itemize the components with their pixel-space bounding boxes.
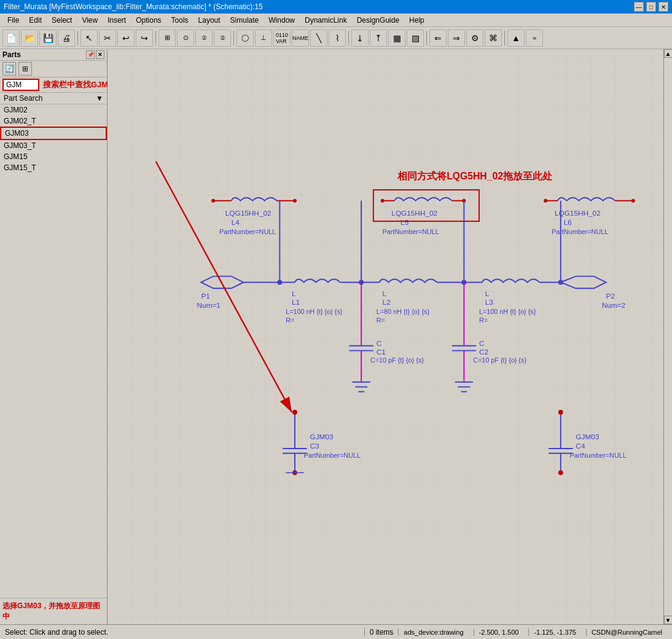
svg-text:L=100 nH {t} {o} {s}: L=100 nH {t} {o} {s}: [286, 308, 343, 315]
status-coord1: -2.500, 1.500: [474, 629, 524, 636]
svg-text:C4: C4: [576, 442, 585, 450]
mirror-tool[interactable]: ▧: [407, 29, 424, 47]
panel-close-button[interactable]: ✕: [96, 50, 104, 59]
scroll-down-button[interactable]: ▼: [664, 616, 673, 624]
undo-button[interactable]: ↩: [117, 29, 135, 47]
vertical-scrollbar[interactable]: ▲ ▼: [663, 49, 672, 624]
svg-text:L4: L4: [232, 218, 240, 227]
menu-view[interactable]: View: [77, 15, 103, 26]
tool8[interactable]: ⇒: [448, 29, 465, 47]
svg-text:P2: P2: [606, 292, 615, 300]
svg-point-12: [381, 199, 385, 203]
menu-edit[interactable]: Edit: [24, 15, 47, 26]
tool10[interactable]: ⌘: [485, 29, 502, 47]
sep6: [504, 31, 505, 45]
panel-header-controls: 📌 ✕: [86, 50, 104, 59]
tool2[interactable]: ⊙: [177, 29, 194, 47]
status-bar: Select: Click and drag to select. 0 item…: [0, 624, 672, 639]
minimize-button[interactable]: —: [634, 2, 644, 12]
draw-port[interactable]: ⊥: [255, 29, 272, 47]
svg-text:P1: P1: [201, 292, 209, 300]
svg-text:L=80 nH {t} {o} {s}: L=80 nH {t} {o} {s}: [377, 308, 430, 315]
draw-wire[interactable]: ◯: [236, 29, 254, 47]
part-item-gjm02t[interactable]: GJM02_T: [0, 116, 107, 127]
sep4: [348, 31, 349, 45]
title-bar-controls: — □ ✕: [634, 2, 668, 12]
svg-text:L: L: [383, 289, 387, 298]
menu-dynamiclink[interactable]: DynamicLink: [300, 15, 352, 26]
tool7[interactable]: ⇐: [429, 29, 447, 47]
left-panel: Parts 📌 ✕ 🔄 ⊞ 搜索栏中查找GJM Part Search ▼ GJ…: [0, 49, 107, 624]
select-annotation: 选择GJM03，并拖放至原理图中: [0, 598, 107, 624]
svg-text:L: L: [292, 289, 296, 298]
tool9[interactable]: ⚙: [466, 29, 483, 47]
menu-insert[interactable]: Insert: [103, 15, 131, 26]
menu-options[interactable]: Options: [131, 15, 166, 26]
maximize-button[interactable]: □: [646, 2, 656, 12]
svg-text:L3: L3: [485, 298, 494, 307]
menu-layout[interactable]: Layout: [193, 15, 225, 26]
redo-button[interactable]: ↪: [136, 29, 153, 47]
toolbar: 📄 📂 💾 🖨 ↖ ✂ ↩ ↪ ⊞ ⊙ ② ② ◯ ⊥ 0110VAR NAME…: [0, 27, 672, 49]
cut-button[interactable]: ✂: [99, 29, 116, 47]
part-item-gjm15t[interactable]: GJM15_T: [0, 162, 107, 173]
tool12[interactable]: ≈: [526, 29, 543, 47]
svg-text:C3: C3: [310, 442, 320, 450]
svg-text:R=: R=: [479, 316, 488, 324]
svg-text:C=10 pF {t} {o} {s}: C=10 pF {t} {o} {s}: [370, 356, 424, 364]
part-item-gjm03[interactable]: GJM03: [0, 127, 107, 140]
svg-text:相同方式将LQG5HH_02拖放至此处: 相同方式将LQG5HH_02拖放至此处: [397, 170, 552, 181]
tool6[interactable]: ⌇: [329, 29, 346, 47]
panel-grid-button[interactable]: ⊞: [18, 62, 32, 76]
copy-tool[interactable]: ⤓: [351, 29, 369, 47]
menu-select[interactable]: Select: [47, 15, 77, 26]
tool4[interactable]: ②: [214, 29, 231, 47]
svg-text:L=100 nH {t} {o} {s}: L=100 nH {t} {o} {s}: [479, 308, 536, 315]
svg-text:LQG15HH_02: LQG15HH_02: [225, 209, 272, 218]
part-search-dropdown-icon[interactable]: ▼: [96, 94, 103, 103]
items-count: 0 items: [370, 628, 394, 637]
var-tool[interactable]: 0110VAR: [273, 29, 291, 47]
menu-bar: File Edit Select View Insert Options Too…: [0, 14, 672, 27]
add-component[interactable]: ⊞: [158, 29, 176, 47]
menu-help[interactable]: Help: [404, 15, 429, 26]
scroll-up-button[interactable]: ▲: [664, 49, 673, 58]
status-center: 0 items: [364, 628, 399, 637]
wire-tool[interactable]: ╲: [310, 29, 327, 47]
panel-pin-button[interactable]: 📌: [86, 50, 95, 59]
sep2: [155, 31, 156, 45]
tool3[interactable]: ②: [195, 29, 213, 47]
title-bar: Filter_Murata [MyFirstWorkspace_lib:Filt…: [0, 0, 672, 14]
search-annotation: 搜索栏中查找GJM: [43, 79, 108, 90]
close-button[interactable]: ✕: [658, 2, 668, 12]
svg-text:C2: C2: [479, 348, 488, 356]
delete-tool[interactable]: ▦: [388, 29, 405, 47]
schematic-area[interactable]: LQG15HH_02 L4 PartNumber=NULL LQG15HH_02…: [107, 49, 663, 624]
part-item-gjm15[interactable]: GJM15: [0, 151, 107, 162]
status-right: ads_device:drawing -2.500, 1.500 -1.125,…: [398, 629, 667, 636]
search-input[interactable]: [2, 79, 39, 91]
pointer-tool[interactable]: ↖: [80, 29, 98, 47]
menu-designguide[interactable]: DesignGuide: [352, 15, 404, 26]
tool11[interactable]: ▲: [507, 29, 525, 47]
panel-refresh-button[interactable]: 🔄: [2, 62, 16, 76]
menu-window[interactable]: Window: [264, 15, 300, 26]
paste-tool[interactable]: ⤒: [370, 29, 387, 47]
svg-text:GJM03: GJM03: [576, 433, 599, 441]
svg-text:C: C: [377, 339, 382, 348]
save-button[interactable]: 💾: [39, 29, 57, 47]
open-button[interactable]: 📂: [21, 29, 38, 47]
status-message: Select: Click and drag to select.: [5, 628, 364, 637]
menu-file[interactable]: File: [2, 15, 24, 26]
new-button[interactable]: 📄: [2, 29, 20, 47]
part-item-gjm03t[interactable]: GJM03_T: [0, 140, 107, 151]
panel-title: Parts: [2, 50, 21, 59]
menu-tools[interactable]: Tools: [166, 15, 193, 26]
svg-point-4: [211, 199, 215, 203]
name-tool[interactable]: NAME: [292, 29, 309, 47]
print-button[interactable]: 🖨: [58, 29, 75, 47]
svg-point-78: [292, 410, 297, 415]
part-item-gjm02[interactable]: GJM02: [0, 104, 107, 116]
svg-text:L: L: [485, 289, 490, 298]
menu-simulate[interactable]: Simulate: [225, 15, 264, 26]
